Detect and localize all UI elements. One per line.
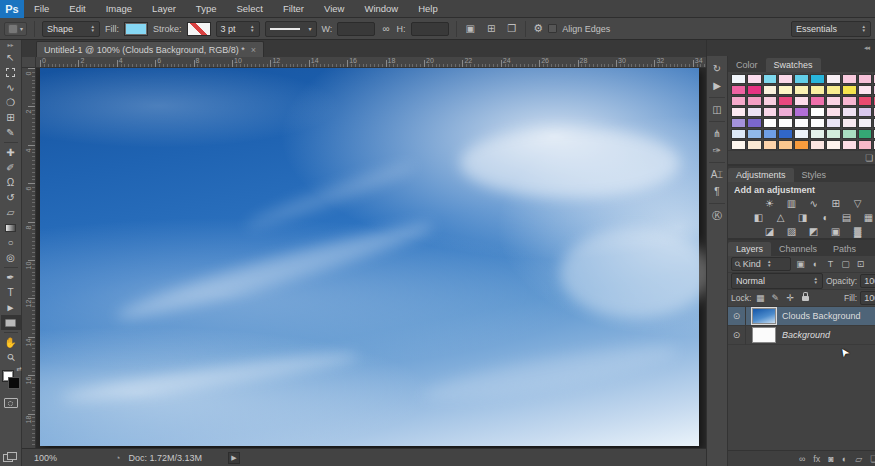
color-swatch[interactable] [763,118,778,128]
tab-channels[interactable]: Channels [771,242,825,256]
quick-mask-button[interactable] [4,398,18,408]
color-swatch[interactable] [747,129,762,139]
color-swatch[interactable] [842,118,857,128]
eyedropper-tool[interactable]: ✎ [1,125,21,140]
color-swatch[interactable] [842,107,857,117]
Layer[interactable]: Layer [142,0,186,17]
lasso-tool[interactable]: ∿ [1,80,21,95]
color-swatch[interactable] [858,140,873,150]
path-arrange-icon[interactable]: ❐ [505,23,518,34]
invert-icon[interactable]: ◪ [762,225,777,237]
File[interactable]: File [24,0,59,17]
stroke-width-select[interactable]: 3 pt [216,21,260,37]
color-swatch[interactable] [731,118,746,128]
color-swatch[interactable] [747,118,762,128]
color-swatch[interactable] [778,107,793,117]
color-swatch[interactable] [778,74,793,84]
mini-bridge-panel-icon[interactable]: ◫ [707,101,727,118]
layer-visibility-eye-icon[interactable]: ⊙ [728,326,746,345]
stroke-color-swatch[interactable] [187,22,211,36]
background-color-chip[interactable] [8,377,20,389]
filter-adjustment-layers-icon[interactable]: ◐ [809,258,822,271]
color-swatch[interactable] [778,118,793,128]
color-swatch[interactable] [794,85,809,95]
dock-separator[interactable] [709,162,725,163]
filter-kind-select[interactable]: ⚲ Kind [731,257,791,271]
Window[interactable]: Window [354,0,408,17]
dock-separator[interactable] [709,97,725,98]
Help[interactable]: Help [408,0,448,17]
Filter[interactable]: Filter [273,0,314,17]
status-menu-arrow[interactable]: ▶ [228,452,240,464]
ruler-origin-corner[interactable] [22,57,36,68]
color-swatch[interactable] [826,140,841,150]
color-swatch[interactable] [763,96,778,106]
rectangle-tool[interactable] [1,315,21,330]
color-swatch[interactable] [858,107,873,117]
gradient-map-icon[interactable]: ▓ [850,225,865,237]
add-layer-mask-icon[interactable]: ◙ [828,454,833,464]
pen-tool[interactable]: ✒ [1,270,21,285]
close-tab-icon[interactable]: × [251,45,256,55]
color-swatch[interactable] [731,129,746,139]
color-balance-icon[interactable]: △ [773,211,788,223]
tool-mode-select[interactable]: Shape [42,21,100,37]
color-swatch[interactable] [858,118,873,128]
toolbar-separator[interactable] [4,142,18,143]
color-swatch[interactable] [826,85,841,95]
blur-tool[interactable]: ○ [1,235,21,250]
color-swatch[interactable] [778,96,793,106]
brush-presets-panel-icon[interactable]: ⋔ [707,125,727,142]
lock-transparency-icon[interactable]: ▦ [754,292,766,305]
levels-icon[interactable]: ▥ [784,197,799,209]
color-swatch[interactable] [842,74,857,84]
threshold-icon[interactable]: ◩ [806,225,821,237]
dock-separator[interactable] [709,121,725,122]
paragraph-panel-icon[interactable]: ¶ [707,183,727,200]
layer-row[interactable]: ⊙ Clouds Background [728,307,875,326]
color-swatch[interactable] [747,140,762,150]
color-swatch[interactable] [826,118,841,128]
link-layers-icon[interactable]: ∞ [799,454,805,464]
filter-smart-objects-icon[interactable]: ⊡ [854,258,867,271]
filter-shape-layers-icon[interactable]: ▢ [839,258,852,271]
crop-tool[interactable]: ⊞ [1,110,21,125]
color-swatch[interactable] [763,85,778,95]
quick-selection-tool[interactable]: ❍ [1,95,21,110]
color-swatch[interactable] [747,85,762,95]
dodge-tool[interactable]: ◎ [1,250,21,265]
color-swatch[interactable] [810,140,825,150]
new-group-icon[interactable]: ▱ [855,454,862,464]
toolbar-separator[interactable] [4,332,18,333]
zoom-level-field[interactable]: 100% [30,453,61,463]
exposure-icon[interactable]: ⊞ [828,197,843,209]
new-swatch-icon[interactable]: ❏ [865,153,873,163]
color-swatch[interactable] [731,107,746,117]
layer-thumbnail[interactable] [752,327,776,343]
Select[interactable]: Select [226,0,272,17]
curves-icon[interactable]: ∿ [806,197,821,209]
vertical-ruler[interactable]: 024681012141618 [22,68,36,448]
filter-pixel-layers-icon[interactable]: ▣ [794,258,807,271]
spot-healing-brush-tool[interactable]: ✚ [1,145,21,160]
type-tool[interactable]: T [1,285,21,300]
tool-preset-picker[interactable]: ▾ [4,22,27,36]
path-selection-tool[interactable]: ► [1,300,21,315]
color-swatch[interactable] [842,129,857,139]
horizontal-ruler[interactable]: 0246810121416182022242628303234 [36,57,706,68]
color-swatch[interactable] [763,74,778,84]
color-swatch[interactable] [842,96,857,106]
move-tool[interactable]: ↖ [1,50,21,65]
eraser-tool[interactable]: ▱ [1,205,21,220]
color-swatch[interactable] [763,129,778,139]
layer-visibility-eye-icon[interactable]: ⊙ [728,307,746,326]
color-swatch[interactable] [842,140,857,150]
document-tab[interactable]: Untitled-1 @ 100% (Clouds Background, RG… [36,41,264,57]
View[interactable]: View [314,0,354,17]
fill-opacity-field[interactable]: 100%▾ [860,291,875,305]
history-brush-tool[interactable]: ↺ [1,190,21,205]
Type[interactable]: Type [186,0,227,17]
layer-row[interactable]: ⊙ Background [728,326,875,345]
blend-mode-select[interactable]: Normal [731,273,823,289]
lock-paint-icon[interactable]: ✎ [769,292,781,305]
